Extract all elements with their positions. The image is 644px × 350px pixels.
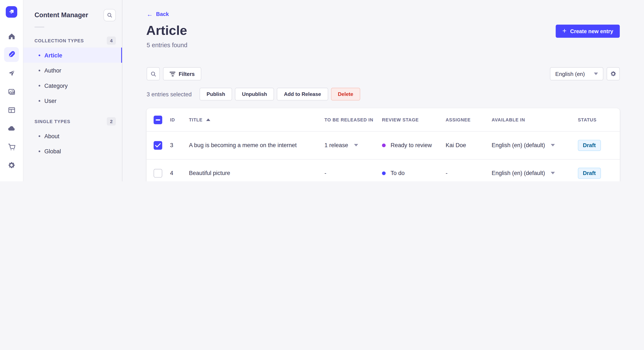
table-row[interactable]: 3 A bug is becoming a meme on the intern… xyxy=(146,131,620,159)
sidebar-item-global[interactable]: Global xyxy=(24,144,122,159)
create-new-entry-button[interactable]: + Create new entry xyxy=(556,25,620,38)
filters-button[interactable]: Filters xyxy=(163,67,201,80)
entry-title: A bug is becoming a meme on the internet xyxy=(189,142,324,149)
col-header-review-stage[interactable]: REVIEW STAGE xyxy=(382,117,446,122)
sidebar-item-about[interactable]: About xyxy=(24,128,122,144)
sidebar-item-category[interactable]: Category xyxy=(24,78,122,93)
locale-select[interactable]: English (en) xyxy=(550,67,603,80)
review-stage-dot xyxy=(382,172,386,175)
sidebar-item-label: Global xyxy=(44,148,61,154)
locale-caret-icon[interactable] xyxy=(551,144,555,147)
sidebar-item-author[interactable]: Author xyxy=(24,63,122,78)
entry-assignee: - xyxy=(446,170,492,176)
sidebar-item-label: User xyxy=(44,97,56,104)
subnav-search-button[interactable] xyxy=(104,9,116,21)
plus-icon: + xyxy=(562,27,566,34)
col-header-title-label: TITLE xyxy=(189,117,202,122)
status-badge: Draft xyxy=(578,140,600,151)
chevron-down-icon xyxy=(594,72,598,75)
publish-button[interactable]: Publish xyxy=(200,88,232,101)
subnav-title: Content Manager xyxy=(34,11,88,19)
table-header-row: ID TITLE TO BE RELEASED IN REVIEW STAGE … xyxy=(146,108,620,131)
bullet-icon xyxy=(38,70,40,71)
sidebar-item-label: Author xyxy=(44,67,61,74)
sidebar-item-user[interactable]: User xyxy=(24,93,122,108)
back-arrow-icon: ← xyxy=(146,11,153,17)
entry-id: 3 xyxy=(170,142,189,149)
entry-id: 4 xyxy=(170,170,189,176)
single-types-count-badge: 2 xyxy=(107,117,116,126)
strapi-logo[interactable] xyxy=(6,6,17,18)
content-manager-subnav: Content Manager COLLECTION TYPES 4 Artic… xyxy=(24,0,122,181)
collection-types-label: COLLECTION TYPES xyxy=(34,38,84,43)
col-header-assignee[interactable]: ASSIGNEE xyxy=(446,117,492,122)
available-locale: English (en) (default) xyxy=(492,142,545,149)
search-icon xyxy=(150,71,156,77)
list-toolbar: Filters English (en) xyxy=(146,67,620,80)
col-header-status[interactable]: STATUS xyxy=(578,117,620,122)
table-row[interactable]: 4 Beautiful picture - To do - English (e… xyxy=(146,159,620,181)
single-types-menu: About Global xyxy=(24,128,122,159)
available-locale: English (en) (default) xyxy=(492,170,545,176)
collection-types-count-badge: 4 xyxy=(107,37,116,45)
nav-content-type-builder-icon[interactable] xyxy=(4,103,19,117)
status-badge: Draft xyxy=(578,168,600,178)
sidebar-item-label: About xyxy=(44,133,60,139)
locale-caret-icon[interactable] xyxy=(551,172,555,174)
review-stage-dot xyxy=(382,144,386,147)
select-all-checkbox[interactable] xyxy=(154,116,162,124)
nav-settings-icon[interactable] xyxy=(4,158,19,173)
col-header-released[interactable]: TO BE RELEASED IN xyxy=(324,117,382,122)
release-caret-icon[interactable] xyxy=(354,144,358,147)
main-content: ← Back Article 5 entries found + Create … xyxy=(122,0,644,181)
filter-icon xyxy=(170,72,175,76)
release-count: - xyxy=(324,170,326,176)
unpublish-button[interactable]: Unpublish xyxy=(235,88,274,101)
col-header-id[interactable]: ID xyxy=(170,117,189,122)
nav-deploy-icon[interactable] xyxy=(4,121,19,136)
review-stage-label: Ready to review xyxy=(390,142,432,149)
sidebar-item-label: Category xyxy=(44,82,68,89)
nav-releases-icon[interactable] xyxy=(4,66,19,80)
locale-value: English (en) xyxy=(555,71,585,77)
search-icon xyxy=(107,12,112,18)
entry-assignee: Kai Doe xyxy=(446,142,492,149)
bullet-icon xyxy=(38,85,40,86)
gear-icon xyxy=(610,71,616,77)
bullet-icon xyxy=(38,135,40,137)
sort-ascending-icon xyxy=(206,118,210,121)
entry-title: Beautiful picture xyxy=(189,170,324,176)
nav-icons xyxy=(4,29,19,173)
review-stage-label: To do xyxy=(390,170,405,176)
nav-home-icon[interactable] xyxy=(4,29,19,43)
back-link[interactable]: ← Back xyxy=(146,11,169,17)
nav-media-library-icon[interactable] xyxy=(4,84,19,99)
back-label: Back xyxy=(156,11,169,17)
row-checkbox[interactable] xyxy=(154,141,162,150)
filters-label: Filters xyxy=(179,71,195,77)
entries-table: ID TITLE TO BE RELEASED IN REVIEW STAGE … xyxy=(146,108,620,181)
single-types-label: SINGLE TYPES xyxy=(34,119,70,124)
col-header-title[interactable]: TITLE xyxy=(189,117,324,122)
collection-types-menu: Article Author Category User xyxy=(24,48,122,108)
main-nav-rail: KD xyxy=(0,0,24,181)
content-manager-app: KD Content Manager COLLECTION TYPES 4 Ar… xyxy=(0,0,644,181)
nav-marketplace-icon[interactable] xyxy=(4,140,19,154)
selection-count: 3 entries selected xyxy=(146,91,196,97)
create-new-entry-label: Create new entry xyxy=(570,28,613,34)
strapi-logo-icon xyxy=(8,8,15,15)
view-settings-button[interactable] xyxy=(606,67,620,80)
row-checkbox[interactable] xyxy=(154,169,162,177)
col-header-available-in[interactable]: AVAILABLE IN xyxy=(492,117,578,122)
nav-content-manager-icon[interactable] xyxy=(4,47,19,62)
entries-count: 5 entries found xyxy=(146,41,187,48)
sidebar-item-label: Article xyxy=(44,52,62,58)
bullet-icon xyxy=(38,150,40,152)
bullet-icon xyxy=(38,100,40,102)
delete-button[interactable]: Delete xyxy=(331,88,360,101)
page-title: Article xyxy=(146,23,187,38)
subnav-divider xyxy=(34,26,44,27)
add-to-release-button[interactable]: Add to Release xyxy=(277,88,328,101)
sidebar-item-article[interactable]: Article xyxy=(24,48,122,63)
search-button[interactable] xyxy=(146,67,160,80)
